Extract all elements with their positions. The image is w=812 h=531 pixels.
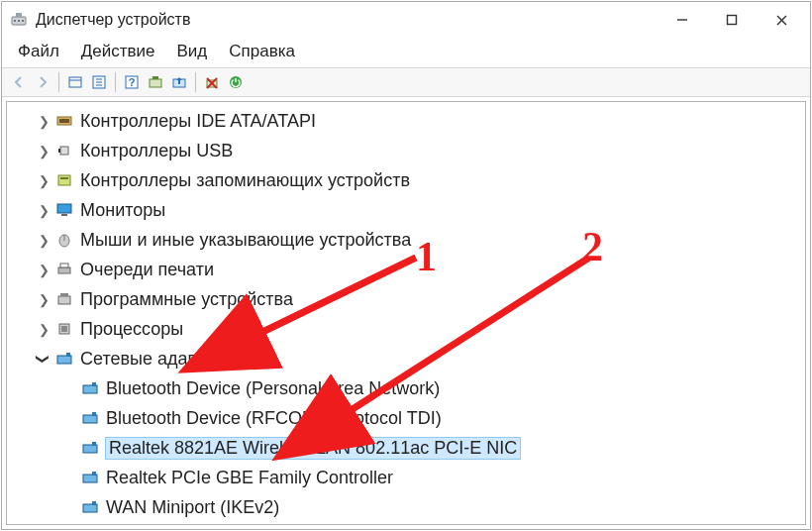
update-driver-button[interactable]: [168, 71, 190, 93]
device-bluetooth-rfcomm[interactable]: Bluetooth Device (RFCOMM Protocol TDI): [7, 403, 805, 433]
toolbar-separator: [195, 72, 196, 92]
menu-help[interactable]: Справка: [221, 40, 303, 63]
svg-rect-35: [60, 264, 68, 267]
printer-icon: [54, 260, 74, 279]
category-usb[interactable]: ❯ Контроллеры USB: [7, 136, 805, 165]
scan-hardware-button[interactable]: [145, 71, 166, 93]
ide-icon: [54, 111, 74, 131]
category-label: Процессоры: [80, 319, 183, 340]
category-storage-controllers[interactable]: ❯ Контроллеры запоминающих устройств: [7, 165, 805, 195]
device-bluetooth-pan[interactable]: Bluetooth Device (Personal Area Network): [7, 373, 805, 403]
category-label: Контроллеры IDE ATA/ATAPI: [80, 111, 316, 132]
toolbar-separator: [115, 72, 116, 92]
svg-rect-50: [83, 504, 97, 512]
chevron-right-icon[interactable]: ❯: [35, 142, 52, 159]
device-realtek-gbe[interactable]: Realtek PCIe GBE Family Controller: [7, 463, 805, 492]
network-adapter-icon: [80, 497, 100, 517]
category-mice[interactable]: ❯ Мыши и иные указывающие устройства: [7, 225, 805, 255]
svg-rect-42: [83, 385, 97, 393]
svg-rect-45: [92, 412, 96, 416]
toolbar: ?: [2, 67, 810, 97]
chevron-down-icon[interactable]: ❯: [35, 350, 52, 368]
device-label: Bluetooth Device (Personal Area Network): [106, 378, 440, 399]
menu-file[interactable]: Файл: [10, 40, 67, 63]
device-label: Realtek PCIe GBE Family Controller: [106, 468, 393, 488]
device-label: Bluetooth Device (RFCOMM Protocol TDI): [106, 408, 442, 429]
svg-point-4: [22, 20, 24, 22]
chevron-right-icon[interactable]: ❯: [35, 261, 52, 278]
svg-rect-44: [83, 415, 97, 423]
category-label: Мониторы: [80, 200, 165, 221]
back-button[interactable]: [8, 71, 30, 93]
minimize-button[interactable]: [658, 4, 707, 36]
svg-text:?: ?: [129, 76, 136, 88]
device-wan-miniport[interactable]: WAN Miniport (IKEv2): [7, 492, 805, 522]
category-label: Мыши и иные указывающие устройства: [80, 230, 411, 251]
category-label: Контроллеры запоминающих устройств: [80, 170, 410, 191]
category-label: Сетевые адаптеры: [80, 349, 238, 370]
category-network-adapters[interactable]: ❯ Сетевые адаптеры: [7, 344, 805, 373]
network-adapter-icon: [80, 438, 100, 458]
properties-button[interactable]: [88, 71, 110, 93]
svg-rect-43: [92, 382, 96, 386]
svg-rect-39: [61, 326, 67, 332]
svg-rect-49: [92, 472, 96, 476]
menu-action[interactable]: Действие: [73, 40, 163, 63]
enable-button[interactable]: [225, 71, 247, 93]
network-adapter-icon: [80, 378, 100, 398]
svg-rect-36: [58, 296, 70, 304]
window-title: Диспетчер устройств: [36, 11, 190, 29]
chevron-right-icon[interactable]: ❯: [35, 171, 52, 189]
svg-rect-47: [92, 442, 96, 446]
svg-rect-40: [57, 356, 71, 364]
cpu-icon: [54, 319, 74, 339]
close-button[interactable]: [757, 4, 806, 36]
svg-point-2: [14, 20, 16, 22]
svg-rect-18: [152, 76, 158, 79]
svg-rect-37: [60, 293, 68, 296]
app-icon: [10, 11, 28, 29]
forward-button[interactable]: [32, 71, 53, 93]
category-label: Программные устройства: [80, 289, 293, 310]
svg-rect-28: [58, 175, 70, 185]
network-icon: [54, 349, 74, 369]
device-realtek-wifi[interactable]: Realtek 8821AE Wireless LAN 802.11ac PCI…: [7, 433, 805, 463]
svg-rect-6: [728, 16, 737, 25]
svg-rect-48: [83, 475, 97, 482]
uninstall-button[interactable]: [201, 71, 223, 93]
maximize-button[interactable]: [707, 4, 757, 36]
chevron-right-icon[interactable]: ❯: [35, 290, 52, 308]
category-label: Очереди печати: [80, 260, 214, 280]
svg-rect-9: [69, 77, 81, 87]
usb-icon: [54, 141, 74, 160]
category-processors[interactable]: ❯ Процессоры: [7, 314, 805, 344]
svg-point-3: [18, 20, 20, 22]
storage-icon: [54, 170, 74, 190]
chevron-right-icon[interactable]: ❯: [35, 201, 52, 219]
device-manager-window: Диспетчер устройств Файл Действие Вид Сп…: [1, 1, 811, 530]
titlebar: Диспетчер устройств: [2, 2, 810, 38]
svg-rect-41: [66, 353, 70, 357]
svg-rect-1: [16, 13, 22, 17]
category-print-queues[interactable]: ❯ Очереди печати: [7, 255, 805, 284]
svg-rect-29: [60, 177, 68, 179]
network-adapter-icon: [80, 468, 100, 487]
category-ide[interactable]: ❯ Контроллеры IDE ATA/ATAPI: [7, 106, 805, 136]
chevron-right-icon[interactable]: ❯: [35, 112, 52, 130]
svg-rect-30: [57, 204, 71, 213]
menu-view[interactable]: Вид: [169, 40, 216, 63]
help-topic-button[interactable]: ?: [121, 71, 143, 93]
svg-rect-17: [150, 79, 161, 87]
chevron-right-icon[interactable]: ❯: [35, 320, 52, 338]
show-hidden-button[interactable]: [64, 71, 86, 93]
category-monitors[interactable]: ❯ Мониторы: [7, 195, 805, 225]
chevron-right-icon[interactable]: ❯: [35, 231, 52, 249]
svg-rect-46: [83, 445, 97, 453]
window-controls: [658, 4, 806, 36]
svg-rect-51: [92, 501, 96, 505]
svg-rect-27: [58, 149, 60, 153]
svg-rect-26: [60, 147, 68, 155]
category-label: Контроллеры USB: [80, 141, 233, 161]
category-software-devices[interactable]: ❯ Программные устройства: [7, 284, 805, 314]
device-tree[interactable]: ❯ Контроллеры IDE ATA/ATAPI ❯ Контроллер…: [6, 101, 806, 525]
